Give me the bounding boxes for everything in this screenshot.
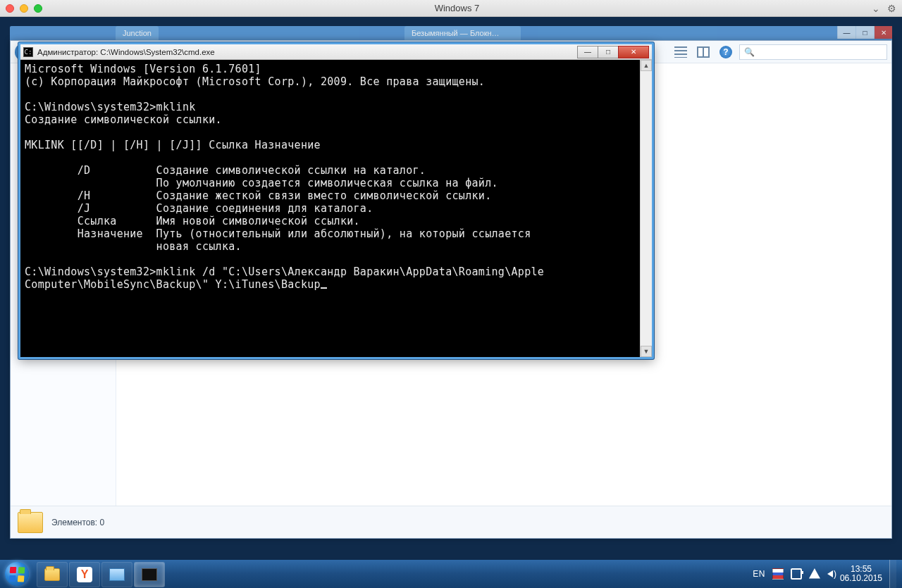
flag-icon[interactable] — [772, 568, 784, 580]
taskbar-item-browser[interactable]: Y — [69, 562, 100, 587]
cmd-body: Microsoft Windows [Version 6.1.7601] (c)… — [20, 60, 652, 357]
host-zoom-button[interactable] — [34, 4, 42, 13]
cmd-titlebar[interactable]: C: Администратор: C:\Windows\System32\cm… — [20, 44, 652, 60]
window-icon — [109, 568, 125, 581]
background-window-controls: — □ ✕ — [837, 26, 892, 39]
background-tab[interactable]: Junction — [116, 26, 159, 40]
background-window-tabs: Junction Безымянный — Блокн… — □ ✕ — [10, 26, 892, 40]
search-icon: 🔍 — [744, 47, 755, 57]
cmd-app-icon: C: — [23, 47, 33, 57]
cmd-icon — [142, 568, 157, 581]
status-item-count: Элементов: 0 — [51, 518, 104, 527]
guest-desktop: Junction Безымянный — Блокн… — □ ✕ ← → …… — [0, 17, 902, 588]
tray-clock[interactable]: 13:55 06.10.2015 — [840, 565, 882, 583]
taskbar-item-cmd[interactable] — [134, 562, 165, 587]
power-icon[interactable] — [791, 568, 802, 580]
scroll-up-icon[interactable]: ▲ — [641, 60, 652, 71]
cmd-scrollbar[interactable]: ▲ ▼ — [640, 60, 652, 357]
yandex-icon: Y — [77, 567, 92, 582]
scroll-down-icon[interactable]: ▼ — [641, 346, 652, 357]
folder-icon — [18, 512, 43, 533]
bg-close-button[interactable]: ✕ — [874, 26, 892, 39]
host-gear-icon[interactable]: ⚙ — [887, 3, 896, 14]
explorer-search-input[interactable]: 🔍 — [739, 44, 887, 60]
cmd-output[interactable]: Microsoft Windows [Version 6.1.7601] (c)… — [20, 60, 640, 357]
taskbar-item-window[interactable] — [101, 562, 132, 587]
host-close-button[interactable] — [6, 4, 14, 13]
host-menu-chevron-icon[interactable]: ⌄ — [872, 3, 880, 14]
traffic-lights — [6, 4, 42, 13]
action-center-icon[interactable] — [809, 568, 820, 580]
cmd-minimize-button[interactable]: — — [577, 46, 598, 58]
taskbar-items: Y — [34, 560, 165, 588]
host-window-title: Windows 7 — [42, 3, 872, 13]
tray-language[interactable]: EN — [753, 569, 765, 579]
host-minimize-button[interactable] — [20, 4, 28, 13]
help-icon[interactable]: ? — [719, 46, 732, 58]
bg-minimize-button[interactable]: — — [837, 26, 855, 39]
cmd-window-controls: — □ ✕ — [578, 46, 649, 58]
taskbar: Y EN 13:55 06.10.2015 — [0, 560, 902, 588]
system-tray: EN 13:55 06.10.2015 — [747, 560, 902, 588]
explorer-view-controls: ? — [674, 46, 732, 58]
taskbar-item-explorer[interactable] — [37, 562, 68, 587]
sound-icon[interactable] — [827, 570, 833, 577]
cmd-window-title: Администратор: C:\Windows\System32\cmd.e… — [37, 48, 574, 56]
cmd-window: C: Администратор: C:\Windows\System32\cm… — [18, 42, 654, 359]
tray-date: 06.10.2015 — [840, 574, 882, 583]
bg-maximize-button[interactable]: □ — [855, 26, 874, 39]
host-titlebar: Windows 7 ⌄ ⚙ — [0, 0, 902, 17]
view-pane-icon[interactable] — [697, 46, 710, 58]
explorer-statusbar: Элементов: 0 — [11, 506, 891, 538]
show-desktop-button[interactable] — [889, 560, 896, 588]
explorer-icon — [44, 568, 60, 581]
start-button[interactable] — [0, 560, 34, 588]
windows-logo-icon — [5, 562, 29, 586]
background-tab-notepad[interactable]: Безымянный — Блокн… — [404, 26, 521, 40]
cmd-close-button[interactable]: ✕ — [618, 46, 649, 58]
cmd-caret — [321, 287, 327, 289]
cmd-maximize-button[interactable]: □ — [598, 46, 619, 58]
view-list-icon[interactable] — [674, 46, 687, 58]
